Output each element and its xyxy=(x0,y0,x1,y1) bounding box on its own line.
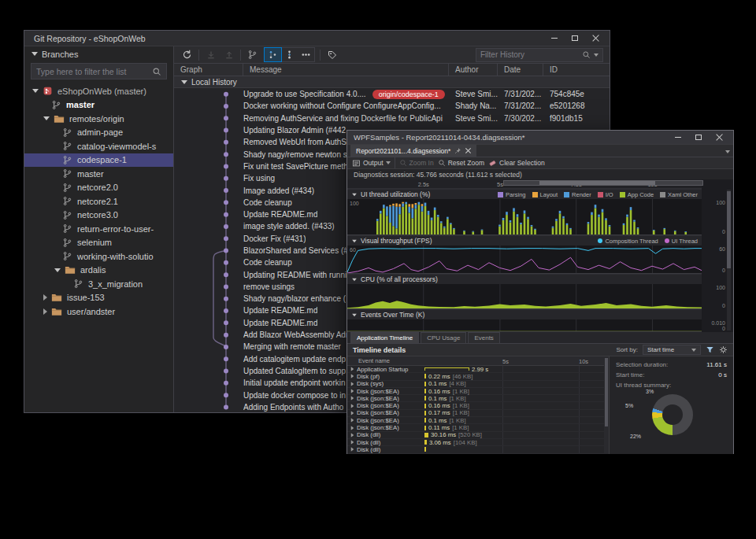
event-row[interactable]: Disk (sys) 0.1 ms [4 KB] xyxy=(347,381,604,388)
event-row[interactable]: Disk (json:$EA) 0.1 ms [1 KB] xyxy=(347,395,604,402)
event-row[interactable]: Disk (json:$EA) 0.16 ms [1 KB] xyxy=(347,402,604,409)
tree-item-branch[interactable]: return-error-to-user- xyxy=(24,222,173,236)
expander-icon[interactable] xyxy=(351,367,354,371)
tree-item-branch[interactable]: working-with-solutio xyxy=(24,249,173,264)
event-row[interactable]: Disk (dll) 30.16 ms [520 KB] xyxy=(347,432,604,439)
event-row[interactable]: Disk (json:$EA) 0.17 ms [1 KB] xyxy=(347,410,604,417)
tree-item-folder-user-andster[interactable]: user/andster xyxy=(24,305,173,319)
branches-header[interactable]: Branches xyxy=(24,46,173,61)
search-icon[interactable] xyxy=(582,50,591,59)
tree-item-branch[interactable]: master xyxy=(24,167,173,181)
details-vertical-scrollbar[interactable] xyxy=(604,356,609,454)
expander-icon[interactable] xyxy=(351,389,354,393)
cpu-chart[interactable]: 100 0 xyxy=(347,284,702,309)
cpu-header[interactable]: CPU (% of all processors) xyxy=(347,274,702,284)
event-row[interactable]: Disk (dll) xyxy=(347,446,604,453)
zoom-scrollbar-thumb[interactable] xyxy=(539,181,654,185)
tree-item-branch[interactable]: catalog-viewmodel-s xyxy=(24,139,173,153)
graph-view-toggle-2[interactable] xyxy=(281,48,298,61)
pin-icon[interactable] xyxy=(454,147,461,154)
ui-thread-utilization-chart[interactable]: 100 100 0 xyxy=(347,199,702,235)
events-over-time-chart[interactable]: 0.010 0 xyxy=(347,319,702,332)
chevron-down-icon[interactable] xyxy=(43,116,50,120)
gear-icon[interactable] xyxy=(719,345,728,354)
column-header-author[interactable]: Author xyxy=(449,64,498,76)
output-button[interactable]: Output xyxy=(352,159,391,168)
chevron-right-icon[interactable] xyxy=(43,294,47,301)
expander-icon[interactable] xyxy=(351,382,354,386)
expander-icon[interactable] xyxy=(351,440,354,445)
tree-item-folder-issue-153[interactable]: issue-153 xyxy=(24,291,173,305)
event-row[interactable]: Disk (dll) 3.06 ms [104 KB] xyxy=(347,439,604,446)
expander-icon[interactable] xyxy=(351,448,354,452)
sort-by-dropdown[interactable]: Start time xyxy=(643,345,701,355)
ui-thread-utilization-header[interactable]: UI thread utilization (%) Parsing Layout… xyxy=(347,189,702,199)
branch-filter-input[interactable] xyxy=(36,67,149,76)
event-row[interactable]: Disk (pf) 0.22 ms [46 KB] xyxy=(347,373,604,380)
chevron-down-icon[interactable] xyxy=(594,54,598,57)
zoom-scrollbar[interactable] xyxy=(503,180,703,186)
tree-item-remotes-origin[interactable]: remotes/origin xyxy=(24,112,173,126)
tab-cpu-usage[interactable]: CPU Usage xyxy=(421,332,466,343)
tree-item-branch[interactable]: admin-page xyxy=(24,126,173,140)
close-button[interactable] xyxy=(710,131,728,143)
minimize-button[interactable] xyxy=(545,32,564,44)
expander-icon[interactable] xyxy=(351,375,354,379)
local-history-section[interactable]: Local History xyxy=(174,76,610,88)
graph-view-toggle-1[interactable] xyxy=(265,48,281,61)
tree-item-branch[interactable]: selenium xyxy=(24,236,173,250)
tab-application-timeline[interactable]: Application Timeline xyxy=(350,332,419,343)
expander-icon[interactable] xyxy=(351,411,354,415)
profiler-window-titlebar[interactable]: WPFSamples - Report20211014-0434.diagses… xyxy=(347,131,733,145)
tab-events[interactable]: Events xyxy=(468,332,499,343)
visual-throughput-chart[interactable]: 60 60 0 xyxy=(347,246,702,274)
tree-item-branch[interactable]: netcore2.0 xyxy=(24,181,173,195)
column-header-graph[interactable]: Graph xyxy=(174,64,243,76)
expander-icon[interactable] xyxy=(351,397,354,401)
event-row[interactable]: Disk (json:$EA) 0.16 ms [1 KB] xyxy=(347,388,604,395)
close-button[interactable] xyxy=(586,32,605,44)
reset-zoom-button[interactable]: Reset Zoom xyxy=(438,159,484,167)
tree-item-branch-master[interactable]: master xyxy=(24,98,173,113)
column-header-date[interactable]: Date xyxy=(498,64,543,76)
events-over-time-header[interactable]: Events Over Time (K) xyxy=(347,309,702,319)
expander-icon[interactable] xyxy=(351,404,354,408)
clear-selection-button[interactable]: Clear Selection xyxy=(488,159,545,168)
tag-icon[interactable] xyxy=(325,48,339,61)
tree-item-branch-selected[interactable]: codespace-1 xyxy=(24,153,173,168)
event-row[interactable]: Application Startup 2.99 s xyxy=(347,366,604,373)
filter-icon[interactable] xyxy=(706,345,714,354)
zoom-in-button[interactable]: Zoom In xyxy=(399,159,434,167)
tree-item-branch[interactable]: netcore2.1 xyxy=(24,194,173,209)
tree-item-repo[interactable]: eShopOnWeb (master) xyxy=(24,84,173,98)
fetch-icon[interactable] xyxy=(204,48,217,61)
tree-item-remote-ardalis[interactable]: ardalis xyxy=(24,264,173,278)
time-ruler[interactable]: 2.5s 5s 7.5s 10s xyxy=(347,179,702,189)
graph-view-toggle-3[interactable] xyxy=(298,48,314,61)
expander-icon[interactable] xyxy=(351,433,354,437)
branch-icon[interactable] xyxy=(246,48,259,61)
scrollbar-thumb[interactable] xyxy=(605,358,608,426)
maximize-button[interactable] xyxy=(565,32,584,44)
expander-icon[interactable] xyxy=(351,426,354,430)
column-header-message[interactable]: Message xyxy=(243,64,449,76)
event-row[interactable]: Disk (json:$EA) 0.1 ms [1 KB] xyxy=(347,417,604,424)
chevron-down-icon[interactable] xyxy=(725,150,730,153)
diagsession-tab[interactable]: Report2021101...4.diagsession* xyxy=(350,145,476,157)
event-name-column[interactable]: Event name xyxy=(358,357,390,364)
close-tab-icon[interactable] xyxy=(465,148,471,153)
column-header-id[interactable]: ID xyxy=(543,64,610,76)
minimize-button[interactable] xyxy=(669,131,687,143)
event-row[interactable]: Disk (json:$EA) 0.11 ms [1 KB] xyxy=(347,424,604,431)
scrollbar-thumb[interactable] xyxy=(727,191,731,268)
chevron-down-icon[interactable] xyxy=(32,89,39,93)
refresh-icon[interactable] xyxy=(180,48,194,61)
visual-throughput-header[interactable]: Visual throughput (FPS) Composition Thre… xyxy=(347,235,702,246)
push-icon[interactable] xyxy=(222,48,235,61)
expander-icon[interactable] xyxy=(351,418,354,423)
charts-vertical-scrollbar[interactable] xyxy=(727,190,731,330)
search-icon[interactable] xyxy=(152,67,161,76)
filter-history-input[interactable] xyxy=(480,50,579,59)
git-window-titlebar[interactable]: Git Repository - eShopOnWeb xyxy=(24,31,610,46)
chevron-right-icon[interactable] xyxy=(43,308,47,315)
